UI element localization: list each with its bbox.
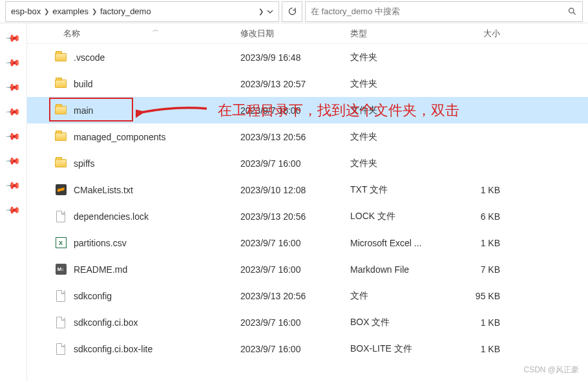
pin-icon[interactable]: 📌 bbox=[5, 202, 21, 218]
breadcrumb-item[interactable]: examples bbox=[50, 2, 91, 21]
file-type: 文件夹 bbox=[350, 158, 454, 169]
file-size: 1 KB bbox=[454, 317, 505, 328]
file-type: LOCK 文件 bbox=[350, 211, 454, 222]
file-type: 文件 bbox=[350, 290, 454, 302]
file-size: 7 KB bbox=[454, 264, 505, 275]
column-header-type[interactable]: 类型 bbox=[350, 28, 454, 39]
quick-access-pins: 📌 📌 📌 📌 📌 📌 📌 📌 bbox=[0, 23, 27, 382]
file-name: CMakeLists.txt bbox=[74, 185, 133, 195]
chevron-right-icon: ❯ bbox=[43, 8, 50, 15]
pin-icon[interactable]: 📌 bbox=[5, 54, 21, 71]
search-button[interactable] bbox=[562, 2, 582, 21]
file-icon bbox=[56, 343, 65, 355]
file-size: 1 KB bbox=[454, 238, 505, 248]
file-name: sdkconfig.ci.box bbox=[74, 317, 138, 328]
file-type: Markdown File bbox=[350, 264, 454, 275]
file-date: 2023/9/7 16:00 bbox=[240, 158, 350, 169]
file-name: sdkconfig.ci.box-lite bbox=[74, 344, 152, 354]
pin-icon[interactable]: 📌 bbox=[5, 103, 21, 120]
file-type: 文件夹 bbox=[350, 131, 454, 143]
file-name: main bbox=[74, 105, 93, 116]
table-row[interactable]: CMakeLists.txt2023/9/10 12:08TXT 文件1 KB bbox=[27, 176, 588, 203]
folder-icon bbox=[55, 106, 67, 114]
file-name: managed_components bbox=[74, 132, 165, 142]
file-name: .vscode bbox=[74, 52, 105, 63]
pin-icon[interactable]: 📌 bbox=[5, 79, 21, 96]
markdown-icon: M↓ bbox=[56, 264, 67, 275]
folder-icon bbox=[55, 53, 67, 61]
file-date: 2023/9/7 16:00 bbox=[240, 344, 350, 354]
column-label: 名称 bbox=[63, 28, 80, 38]
file-name: spiffs bbox=[74, 158, 94, 169]
file-type: BOX 文件 bbox=[350, 317, 454, 328]
table-row[interactable]: managed_components2023/9/13 20:56文件夹 bbox=[27, 123, 588, 150]
excel-icon: X bbox=[56, 237, 67, 248]
annotation-arrow bbox=[136, 101, 213, 122]
file-icon bbox=[56, 211, 65, 222]
table-row[interactable]: Xpartitions.csv2023/9/7 16:00Microsoft E… bbox=[27, 229, 588, 256]
file-name: build bbox=[74, 79, 93, 89]
file-name: partitions.csv bbox=[74, 238, 127, 248]
chevron-down-icon[interactable] bbox=[264, 2, 276, 21]
pin-icon[interactable]: 📌 bbox=[5, 153, 21, 169]
table-row[interactable]: M↓README.md2023/9/7 16:00Markdown File7 … bbox=[27, 256, 588, 282]
column-header-date[interactable]: 修改日期 bbox=[240, 28, 350, 39]
search-input[interactable] bbox=[306, 6, 562, 16]
table-row[interactable]: spiffs2023/9/7 16:00文件夹 bbox=[27, 150, 588, 176]
top-toolbar: esp-box ❯ examples ❯ factory_demo ❯ bbox=[0, 0, 588, 23]
file-size: 95 KB bbox=[454, 291, 505, 301]
file-date: 2023/9/9 16:48 bbox=[240, 52, 350, 63]
folder-icon bbox=[55, 159, 67, 167]
search-icon bbox=[567, 6, 577, 16]
file-size: 1 KB bbox=[454, 185, 505, 195]
file-size: 6 KB bbox=[454, 211, 505, 222]
file-type: TXT 文件 bbox=[350, 184, 454, 196]
refresh-button[interactable] bbox=[282, 1, 302, 22]
breadcrumb[interactable]: esp-box ❯ examples ❯ factory_demo ❯ bbox=[5, 1, 279, 22]
file-date: 2023/9/10 12:08 bbox=[240, 185, 350, 195]
column-header-size[interactable]: 大小 bbox=[454, 28, 505, 39]
table-row[interactable]: sdkconfig.ci.box2023/9/7 16:00BOX 文件1 KB bbox=[27, 309, 588, 335]
file-name: README.md bbox=[74, 264, 127, 275]
file-date: 2023/9/13 20:56 bbox=[240, 211, 350, 222]
table-row[interactable]: sdkconfig.ci.box-lite2023/9/7 16:00BOX-L… bbox=[27, 335, 588, 362]
file-type: 文件夹 bbox=[350, 78, 454, 90]
file-name: dependencies.lock bbox=[74, 211, 149, 222]
folder-icon bbox=[55, 133, 67, 141]
table-row[interactable]: dependencies.lock2023/9/13 20:56LOCK 文件6… bbox=[27, 203, 588, 229]
file-name: sdkconfig bbox=[74, 291, 112, 301]
file-date: 2023/9/13 20:56 bbox=[240, 291, 350, 301]
sort-ascending-icon: ︿ bbox=[152, 25, 159, 34]
pin-icon[interactable]: 📌 bbox=[5, 30, 21, 47]
file-date: 2023/9/7 16:00 bbox=[240, 317, 350, 328]
file-type: 文件夹 bbox=[350, 52, 454, 63]
table-row[interactable]: sdkconfig2023/9/13 20:56文件95 KB bbox=[27, 282, 588, 309]
file-icon bbox=[56, 290, 65, 302]
chevron-right-icon: ❯ bbox=[91, 8, 98, 15]
table-row[interactable]: build2023/9/13 20:57文件夹 bbox=[27, 70, 588, 97]
file-date: 2023/9/7 16:00 bbox=[240, 238, 350, 248]
breadcrumb-item[interactable]: esp-box bbox=[8, 2, 43, 21]
file-list-area: 名称 ︿ 修改日期 类型 大小 .vscode2023/9/9 16:48文件夹… bbox=[27, 23, 588, 382]
table-row[interactable]: .vscode2023/9/9 16:48文件夹 bbox=[27, 44, 588, 70]
file-date: 2023/9/7 16:00 bbox=[240, 264, 350, 275]
column-header-name[interactable]: 名称 ︿ bbox=[27, 28, 240, 39]
file-icon bbox=[56, 317, 65, 328]
watermark: CSDN @风正豪 bbox=[523, 365, 579, 376]
folder-icon bbox=[55, 80, 67, 88]
search-box[interactable] bbox=[305, 1, 583, 22]
sublime-icon bbox=[56, 184, 67, 195]
breadcrumb-item[interactable]: factory_demo bbox=[98, 2, 258, 21]
file-date: 2023/9/13 20:56 bbox=[240, 132, 350, 142]
file-date: 2023/9/13 20:57 bbox=[240, 79, 350, 89]
file-type: Microsoft Excel ... bbox=[350, 238, 454, 248]
svg-point-0 bbox=[569, 8, 574, 14]
pin-icon[interactable]: 📌 bbox=[5, 177, 21, 194]
chevron-right-icon: ❯ bbox=[258, 8, 264, 15]
refresh-icon bbox=[288, 6, 297, 16]
file-type: BOX-LITE 文件 bbox=[350, 343, 454, 355]
annotation-text: 在工程目录下，找到这个文件夹，双击 bbox=[218, 101, 459, 120]
pin-icon[interactable]: 📌 bbox=[5, 128, 21, 145]
column-headers: 名称 ︿ 修改日期 类型 大小 bbox=[27, 23, 588, 44]
file-size: 1 KB bbox=[454, 344, 505, 354]
